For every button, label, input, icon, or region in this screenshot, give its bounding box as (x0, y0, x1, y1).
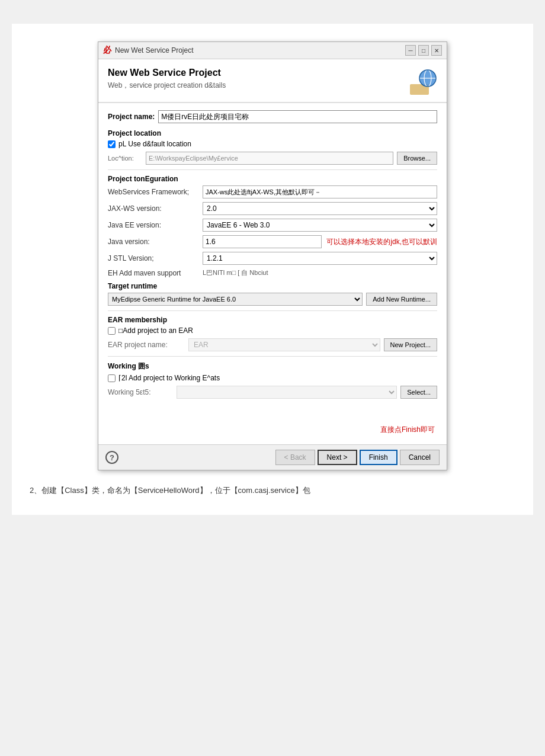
browse-button[interactable]: Browse... (397, 152, 437, 165)
working-sets-input-row: Working 5εt5: Select... (108, 386, 437, 399)
jstl-version-select[interactable]: 1.2.1 (203, 252, 437, 265)
java-version-annotation: 可以选择本地安装的jdk,也可以默训 (326, 237, 437, 247)
working-sets-header: Working 囲s (108, 361, 437, 371)
project-location-header: Project location (108, 129, 437, 137)
working-sets-checkbox-row: ⌈2l Add project to Working E^ats (108, 374, 437, 382)
minimize-button[interactable]: ─ (405, 45, 416, 56)
working-sets-section: Working 囲s ⌈2l Add project to Working E^… (108, 361, 437, 399)
ear-checkbox[interactable] (108, 327, 116, 335)
cancel-button[interactable]: Cancel (400, 450, 440, 465)
project-config-header: Project tonEguration (108, 175, 437, 183)
working-sets-checkbox[interactable] (108, 374, 116, 382)
dialog-titlebar: 必 New Wet Service Project ─ □ ✕ (98, 42, 447, 59)
javaee-version-label: Java EE version: (108, 221, 203, 229)
dialog-header-text: New Web Service Project Web，service proj… (108, 68, 226, 91)
dialog-body: Project name: Project location pL Use d&… (98, 102, 447, 444)
location-input[interactable] (146, 152, 393, 165)
footer-buttons: < Back Next > Finish Cancel (275, 450, 440, 465)
maven-value: L巴NITl m□ [ 自 Nbciut (203, 268, 268, 277)
jstl-version-label: J STL Version; (108, 254, 203, 262)
maven-row: EH Add maven support L巴NITl m□ [ 自 Nbciu… (108, 268, 437, 277)
finish-button[interactable]: Finish (360, 450, 397, 465)
close-button[interactable]: ✕ (431, 45, 442, 56)
java-version-label: Java version: (108, 238, 203, 246)
ear-section: EAR membership □Add project to an EAR EA… (108, 316, 437, 351)
finish-annotation: 直接点Finish即可 (108, 425, 437, 435)
javaee-version-select[interactable]: JavaEE 6 - Web 3.0 (203, 219, 437, 232)
select-button[interactable]: Select... (400, 386, 437, 399)
project-name-label: Project name: (108, 113, 155, 121)
javaee-version-row: Java EE version: JavaEE 6 - Web 3.0 (108, 219, 437, 232)
dialog-app-icon: 必 (103, 45, 111, 56)
use-default-location-label: pL Use d&fault location (118, 140, 191, 148)
back-button[interactable]: < Back (275, 450, 315, 465)
java-version-value: 1.6 (206, 238, 216, 246)
new-project-button[interactable]: New Project... (384, 338, 437, 351)
dialog-title: New Wet Service Project (115, 46, 194, 55)
working-sets-checkbox-label: ⌈2l Add project to Working E^ats (118, 374, 220, 382)
dialog-header: New Web Service Project Web，service proj… (98, 59, 447, 102)
bottom-text: 2、创建【Class】类，命名为【ServiceHelloWord】，位于【co… (30, 485, 515, 497)
target-runtime-header: Target runtime (108, 282, 437, 290)
webservices-value-text: JAX-ws此处选ftjAX-WS,其他默认即可－ (206, 188, 321, 197)
titlebar-left: 必 New Wet Service Project (103, 45, 194, 56)
footer-left: ? (105, 451, 118, 464)
project-name-input[interactable] (158, 110, 437, 123)
jaxws-version-select[interactable]: 2.0 (203, 202, 437, 215)
dialog-footer: ? < Back Next > Finish Cancel (98, 444, 447, 470)
location-row: Loc^tion: Browse... (108, 152, 437, 165)
dialog-subtitle: Web，service project creation d&tails (108, 81, 226, 91)
target-runtime-select[interactable]: MyEdipse Generic Runtime for JavaEE 6.0 (108, 293, 363, 306)
dialog-main-title: New Web Service Project (108, 68, 226, 78)
add-runtime-button[interactable]: Add New Runtime... (366, 293, 437, 306)
working-sets-label: Working 5εt5: (108, 388, 173, 396)
working-sets-select (177, 386, 397, 399)
jstl-version-row: J STL Version; 1.2.1 (108, 252, 437, 265)
help-button[interactable]: ? (105, 451, 118, 464)
location-label: Loc^tion: (108, 155, 142, 162)
ear-project-label: EAR project name: (108, 341, 185, 349)
jaxws-version-row: JAX-WS version: 2.0 (108, 202, 437, 215)
maximize-button[interactable]: □ (418, 45, 429, 56)
project-name-row: Project name: (108, 110, 437, 123)
webservices-framework-label: WebServices Framework; (108, 188, 203, 196)
page-container: 必 New Wet Service Project ─ □ ✕ New Web … (12, 24, 533, 515)
ear-project-row: EAR project name: EAR New Project... (108, 338, 437, 351)
ear-membership-header: EAR membership (108, 316, 437, 324)
jaxws-version-label: JAX-WS version: (108, 204, 203, 213)
maven-label: EH Add maven support (108, 269, 203, 277)
dialog-header-icon (409, 68, 437, 96)
use-default-location-row: pL Use d&fault location (108, 140, 437, 148)
java-version-row: Java version: 1.6 可以选择本地安装的jdk,也可以默训 (108, 235, 437, 248)
ear-checkbox-row: □Add project to an EAR (108, 326, 437, 335)
use-default-location-checkbox[interactable] (108, 140, 116, 148)
titlebar-controls: ─ □ ✕ (405, 45, 442, 56)
next-button[interactable]: Next > (318, 450, 357, 465)
dialog-window: 必 New Wet Service Project ─ □ ✕ New Web … (98, 41, 447, 470)
target-runtime-row: MyEdipse Generic Runtime for JavaEE 6.0 … (108, 293, 437, 306)
webservices-framework-row: WebServices Framework; JAX-ws此处选ftjAX-WS… (108, 185, 437, 198)
java-version-value-container: 1.6 (203, 235, 322, 248)
webservices-framework-value: JAX-ws此处选ftjAX-WS,其他默认即可－ (203, 185, 437, 198)
ear-project-select: EAR (188, 338, 380, 351)
ear-checkbox-label: □Add project to an EAR (118, 326, 193, 335)
